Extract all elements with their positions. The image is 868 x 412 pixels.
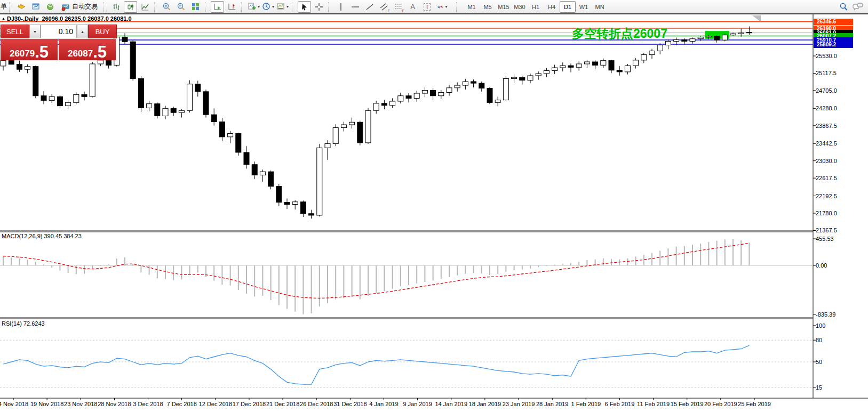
auto-trading-button[interactable]: 自动交易 [58,1,101,13]
arrows-button[interactable]: ▾ [435,1,448,13]
channel-letter: E [387,9,390,13]
chat-button[interactable] [851,1,864,13]
chart-shift-icon [228,3,236,11]
price-tick-label: 25530.0 [816,53,837,59]
chevron-down-icon[interactable]: ▾ [445,4,448,9]
horizontal-line-button[interactable] [348,1,362,13]
buy-price-button[interactable]: 26087.5 [59,39,116,60]
fibonacci-icon [394,3,403,11]
search-button[interactable] [837,1,850,13]
annotation-text: 多空转折点26007 [572,26,667,42]
timeframe-button-h4[interactable]: H4 [544,1,560,13]
candle-body [236,134,241,152]
toolbar-right-group [836,1,865,13]
buy-price-int: 26087 [68,49,93,58]
crosshair-icon [315,3,323,11]
price-tick-label: 23030.0 [816,158,837,164]
templates-button[interactable]: ▾ [276,1,289,13]
lot-size-input[interactable] [41,25,77,38]
toolbar-separator [9,2,12,12]
candle-body [381,103,387,106]
overflow-button[interactable]: 单 [1,2,7,11]
indicators-button[interactable]: ▾ [247,1,260,13]
bar-chart-button[interactable] [109,1,123,13]
candle-body [649,51,655,55]
candle-body [479,83,484,88]
rsi-tick-label: 100 [816,322,825,329]
time-tick-label: 6 Feb 2019 [605,401,635,407]
candle-body [414,93,419,98]
candle-body [422,91,427,94]
candle-body [593,62,598,65]
scroll-to-end-icon[interactable] [752,15,761,22]
price-tick-label: 22192.5 [816,193,837,199]
sell-price-button[interactable]: 26079.5 [1,39,58,60]
timeframe-button-mn[interactable]: MN [592,1,608,13]
timeframe-button-m30[interactable]: M30 [512,1,528,13]
tile-windows-button[interactable] [189,1,202,13]
market-watch-button[interactable] [29,1,43,13]
signals-button[interactable] [44,1,57,13]
chart-shift-button[interactable] [225,1,238,13]
auto-scroll-button[interactable] [211,1,224,13]
chevron-down-icon[interactable]: ▾ [258,4,260,9]
cursor-button[interactable] [298,1,311,13]
lot-decrease-button[interactable]: ▼ [29,25,41,38]
vertical-line-button[interactable] [334,1,347,13]
chart-title: ▲DJ30-,Daily 26096.0 26235.0 26037.0 260… [2,15,132,22]
price-tick-label: 24280.0 [816,105,837,111]
equidistant-channel-button[interactable]: E [377,1,391,13]
zoom-in-button[interactable] [160,1,173,13]
timeframe-button-m1[interactable]: M1 [464,1,480,13]
time-tick-label: 23 Jan 2019 [503,401,535,407]
candle-body [536,74,541,76]
time-tick-label: 26 Dec 2018 [300,401,333,407]
timeframe-button-h1[interactable]: H1 [528,1,544,13]
toolbar-separator [103,2,107,12]
lot-increase-button[interactable]: ▲ [77,25,88,38]
auto-trading-label: 自动交易 [72,2,98,11]
sell-button[interactable]: SELL [1,25,29,38]
periods-button[interactable]: ▾ [261,1,275,13]
price-tick-label: 22617.5 [816,175,837,181]
candle-body [163,108,168,116]
timeframe-button-w1[interactable]: W1 [576,1,592,13]
crosshair-button[interactable] [312,1,325,13]
candle-body [682,39,687,41]
chart-surface[interactable] [0,0,868,412]
text-label-button[interactable]: T [420,1,434,13]
candle-body [373,103,379,110]
candle-body [66,102,71,106]
candle-body [276,187,282,203]
trendline-button[interactable] [363,1,376,13]
periods-clock-icon [262,2,271,11]
timeframe-button-m15[interactable]: M15 [496,1,512,13]
macd-indicator-label: MACD(12,26,9) 390.45 384.23 [2,233,82,239]
indicators-icon [248,2,257,11]
candle-body [738,33,744,34]
line-chart-button[interactable] [138,1,152,13]
zoom-out-button[interactable] [174,1,188,13]
candle-body [698,37,703,39]
text-button[interactable]: A [406,1,419,13]
candle-body [431,91,436,96]
one-click-trading-arrow-icon[interactable]: ▲ [2,17,5,20]
timeframe-button-m5[interactable]: M5 [480,1,496,13]
candle-body [528,76,533,80]
macd-tick-label: -835.39 [816,311,835,318]
candle-body [317,148,322,215]
rsi-indicator-label: RSI(14) 72.6243 [2,320,45,327]
candle-body [357,122,363,143]
chevron-down-icon[interactable]: ▾ [286,4,289,9]
buy-button[interactable]: BUY [88,25,117,38]
fibonacci-button[interactable]: F [392,1,405,13]
new-order-button[interactable] [15,1,28,13]
candle-body [171,108,176,112]
candle-body [49,96,54,100]
chevron-down-icon[interactable]: ▾ [272,4,274,9]
candle-body [439,92,444,95]
timeframe-button-d1[interactable]: D1 [560,1,576,13]
time-tick-label: 28 Nov 2018 [98,401,131,407]
time-tick-label: 9 Jan 2019 [403,401,432,407]
candlestick-chart-button[interactable] [124,1,137,13]
